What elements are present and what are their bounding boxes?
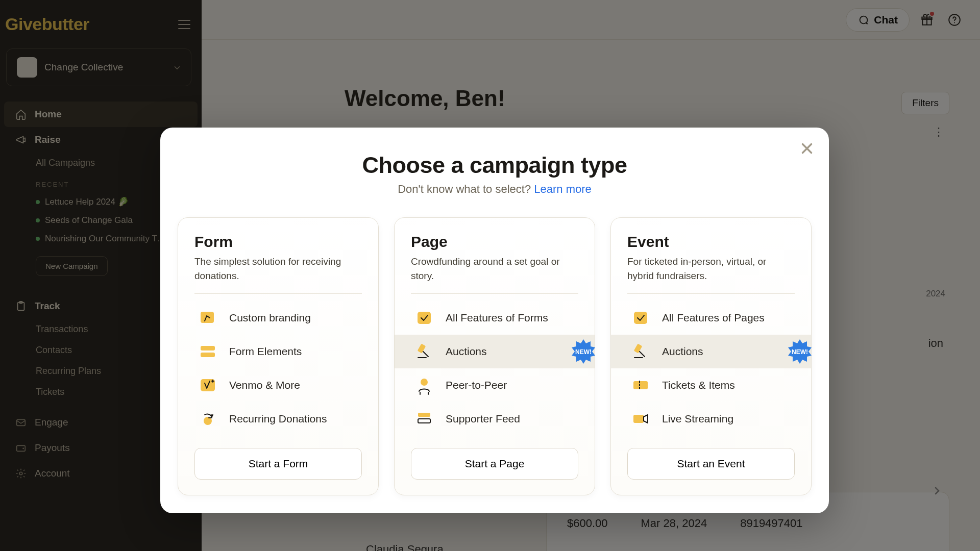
feature-label: Venmo & More <box>229 379 300 391</box>
feature-auctions: Auctions NEW! <box>611 335 811 368</box>
svg-rect-20 <box>418 419 430 423</box>
gavel-icon <box>630 341 651 362</box>
feature-form-elements: Form Elements <box>194 335 362 368</box>
svg-rect-9 <box>201 312 214 323</box>
feature-label: Peer-to-Peer <box>446 379 507 391</box>
feature-feed: Supporter Feed <box>411 402 578 436</box>
feature-label: Form Elements <box>229 345 302 358</box>
modal-subtitle-text: Don't know what to select? <box>398 183 534 195</box>
svg-text:NEW!: NEW! <box>792 348 808 356</box>
feature-label: Live Streaming <box>662 413 733 425</box>
start-form-button[interactable]: Start a Form <box>194 448 362 480</box>
modal-title: Choose a campaign type <box>178 152 812 179</box>
new-badge: NEW! <box>787 338 813 365</box>
check-icon <box>630 308 651 328</box>
close-icon <box>798 140 816 157</box>
svg-text:NEW!: NEW! <box>575 348 592 356</box>
peer-icon <box>414 375 434 395</box>
feature-label: All Features of Forms <box>446 312 548 324</box>
feature-all-forms: All Features of Forms <box>411 301 578 335</box>
card-desc: Crowdfunding around a set goal or story. <box>411 255 578 283</box>
feed-icon <box>414 409 434 429</box>
card-desc: The simplest solution for receiving dona… <box>194 255 362 283</box>
feature-recurring: Recurring Donations <box>194 402 362 436</box>
ticket-icon <box>630 375 651 395</box>
card-title: Page <box>411 233 578 251</box>
video-icon <box>630 409 651 429</box>
check-icon <box>414 308 434 328</box>
svg-rect-10 <box>201 346 215 350</box>
svg-rect-26 <box>633 415 644 423</box>
start-event-button[interactable]: Start an Event <box>627 448 795 480</box>
feature-label: Auctions <box>446 345 487 358</box>
branding-icon <box>198 308 218 328</box>
feature-custom-branding: Custom branding <box>194 301 362 335</box>
feature-tickets: Tickets & Items <box>627 368 795 402</box>
svg-rect-15 <box>418 344 426 354</box>
gavel-icon <box>414 341 434 362</box>
learn-more-link[interactable]: Learn more <box>534 183 592 195</box>
feature-label: Custom branding <box>229 312 311 324</box>
elements-icon <box>198 341 218 362</box>
svg-rect-19 <box>418 413 430 417</box>
svg-rect-22 <box>634 344 643 354</box>
feature-peer: Peer-to-Peer <box>411 368 578 402</box>
card-desc: For ticketed in-person, virtual, or hybr… <box>627 255 795 283</box>
modal-subtitle: Don't know what to select? Learn more <box>178 183 812 196</box>
card-title: Form <box>194 233 362 251</box>
feature-auctions: Auctions NEW! <box>395 335 595 368</box>
feature-streaming: Live Streaming <box>627 402 795 436</box>
svg-rect-25 <box>633 381 648 389</box>
feature-label: Supporter Feed <box>446 413 520 425</box>
svg-rect-14 <box>418 312 431 324</box>
campaign-card-event: Event For ticketed in-person, virtual, o… <box>610 217 812 495</box>
campaign-card-page: Page Crowdfunding around a set goal or s… <box>394 217 595 495</box>
venmo-icon <box>198 375 218 395</box>
svg-rect-11 <box>201 353 215 357</box>
feature-label: All Features of Pages <box>662 312 765 324</box>
campaign-type-modal: Choose a campaign type Don't know what t… <box>160 128 829 513</box>
svg-rect-21 <box>634 312 647 324</box>
new-badge: NEW! <box>570 338 597 365</box>
feature-all-pages: All Features of Pages <box>627 301 795 335</box>
start-page-button[interactable]: Start a Page <box>411 448 578 480</box>
svg-point-18 <box>421 379 428 386</box>
feature-venmo: Venmo & More <box>194 368 362 402</box>
recurring-icon <box>198 409 218 429</box>
feature-label: Tickets & Items <box>662 379 735 391</box>
feature-label: Auctions <box>662 345 703 358</box>
feature-label: Recurring Donations <box>229 413 327 425</box>
campaign-card-form: Form The simplest solution for receiving… <box>178 217 379 495</box>
close-button[interactable] <box>798 140 816 157</box>
card-title: Event <box>627 233 795 251</box>
